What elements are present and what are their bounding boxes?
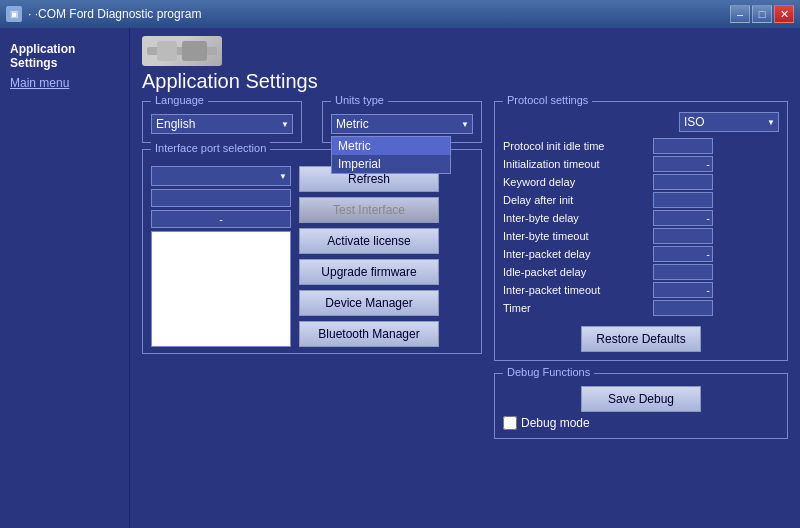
proto-input-7[interactable]	[653, 264, 713, 280]
protocol-fields: Protocol init idle time Initialization t…	[503, 138, 779, 316]
maximize-button[interactable]: □	[752, 5, 772, 23]
svg-rect-2	[182, 41, 207, 61]
restore-defaults-button[interactable]: Restore Defaults	[581, 326, 701, 352]
debug-panel: Debug Functions Save Debug Debug mode	[494, 373, 788, 439]
proto-input-4[interactable]	[653, 210, 713, 226]
debug-save-wrapper: Save Debug	[503, 386, 779, 412]
language-panel: Language English Russian German	[142, 101, 302, 143]
language-select[interactable]: English Russian German	[151, 114, 293, 134]
content-area: Application Settings Language English Ru…	[130, 28, 800, 528]
port-dash: -	[151, 210, 291, 228]
proto-row-0: Protocol init idle time	[503, 138, 779, 154]
title-bar: ▣ · ·COM Ford Diagnostic program – □ ✕	[0, 0, 800, 28]
proto-input-5[interactable]	[653, 228, 713, 244]
proto-label-5: Inter-byte timeout	[503, 230, 653, 242]
dropdown-option-imperial[interactable]: Imperial	[332, 155, 450, 173]
sidebar-item-application-settings[interactable]: Application Settings	[8, 38, 121, 74]
port-list	[151, 231, 291, 347]
title-bar-left: ▣ · ·COM Ford Diagnostic program	[6, 6, 201, 22]
proto-row-9: Timer	[503, 300, 779, 316]
units-dropdown-popup: Metric Imperial	[331, 136, 451, 174]
language-label: Language	[151, 94, 208, 106]
window-controls: – □ ✕	[730, 5, 794, 23]
proto-row-2: Keyword delay	[503, 174, 779, 190]
proto-label-4: Inter-byte delay	[503, 212, 653, 224]
units-select[interactable]: Metric Imperial	[331, 114, 473, 134]
proto-label-3: Delay after init	[503, 194, 653, 206]
proto-input-0[interactable]	[653, 138, 713, 154]
dropdown-option-metric[interactable]: Metric	[332, 137, 450, 155]
page-title: Application Settings	[142, 70, 788, 93]
minimize-button[interactable]: –	[730, 5, 750, 23]
proto-input-3[interactable]	[653, 192, 713, 208]
debug-mode-row: Debug mode	[503, 416, 779, 430]
port-left-controls: -	[151, 162, 291, 347]
proto-input-9[interactable]	[653, 300, 713, 316]
proto-input-1[interactable]	[653, 156, 713, 172]
save-debug-button[interactable]: Save Debug	[581, 386, 701, 412]
proto-label-1: Initialization timeout	[503, 158, 653, 170]
upgrade-firmware-button[interactable]: Upgrade firmware	[299, 259, 439, 285]
proto-input-8[interactable]	[653, 282, 713, 298]
port-select[interactable]	[151, 166, 291, 186]
logo-area	[142, 36, 788, 66]
proto-row-7: Idle-packet delay	[503, 264, 779, 280]
lang-units-row: Language English Russian German	[142, 101, 482, 143]
proto-label-6: Inter-packet delay	[503, 248, 653, 260]
restore-defaults-wrapper: Restore Defaults	[503, 322, 779, 352]
language-select-wrapper: English Russian German	[151, 114, 293, 134]
svg-rect-1	[157, 41, 177, 61]
bluetooth-manager-button[interactable]: Bluetooth Manager	[299, 321, 439, 347]
proto-label-2: Keyword delay	[503, 176, 653, 188]
proto-input-6[interactable]	[653, 246, 713, 262]
proto-input-2[interactable]	[653, 174, 713, 190]
proto-label-0: Protocol init idle time	[503, 140, 653, 152]
units-label: Units type	[331, 94, 388, 106]
proto-row-8: Inter-packet timeout	[503, 282, 779, 298]
left-panels: Language English Russian German	[142, 101, 482, 439]
proto-label-8: Inter-packet timeout	[503, 284, 653, 296]
proto-row-3: Delay after init	[503, 192, 779, 208]
main-window: Application Settings Main menu Applicati…	[0, 28, 800, 528]
units-panel: Units type Metric Imperial Metric	[322, 101, 482, 143]
proto-row-6: Inter-packet delay	[503, 246, 779, 262]
device-manager-button[interactable]: Device Manager	[299, 290, 439, 316]
proto-row-4: Inter-byte delay	[503, 210, 779, 226]
port-input-1[interactable]	[151, 189, 291, 207]
sidebar-item-main-menu[interactable]: Main menu	[8, 74, 121, 92]
right-panels: Protocol settings ISO CAN Protocol init	[494, 101, 788, 439]
close-button[interactable]: ✕	[774, 5, 794, 23]
proto-label-9: Timer	[503, 302, 653, 314]
buttons-column: Refresh Test Interface Activate license …	[299, 162, 439, 347]
debug-mode-checkbox[interactable]	[503, 416, 517, 430]
protocol-label: Protocol settings	[503, 94, 592, 106]
protocol-select[interactable]: ISO CAN	[679, 112, 779, 132]
app-icon: ▣	[6, 6, 22, 22]
proto-row-1: Initialization timeout	[503, 156, 779, 172]
logo	[142, 36, 222, 66]
sidebar: Application Settings Main menu	[0, 28, 130, 528]
activate-license-button[interactable]: Activate license	[299, 228, 439, 254]
test-interface-button[interactable]: Test Interface	[299, 197, 439, 223]
debug-label: Debug Functions	[503, 366, 594, 378]
debug-mode-label: Debug mode	[521, 416, 590, 430]
interface-panel: Interface port selection -	[142, 149, 482, 354]
protocol-select-wrapper: ISO CAN	[679, 112, 779, 132]
protocol-panel: Protocol settings ISO CAN Protocol init	[494, 101, 788, 361]
interface-label: Interface port selection	[151, 142, 270, 154]
interface-section: - Refresh Test Interface Activate licens…	[151, 162, 473, 347]
port-select-wrapper	[151, 166, 291, 186]
title-bar-text: · ·COM Ford Diagnostic program	[28, 7, 201, 21]
units-select-wrapper: Metric Imperial	[331, 114, 473, 134]
proto-row-5: Inter-byte timeout	[503, 228, 779, 244]
settings-top-row: Language English Russian German	[142, 101, 788, 439]
protocol-header: ISO CAN	[503, 112, 779, 132]
proto-label-7: Idle-packet delay	[503, 266, 653, 278]
